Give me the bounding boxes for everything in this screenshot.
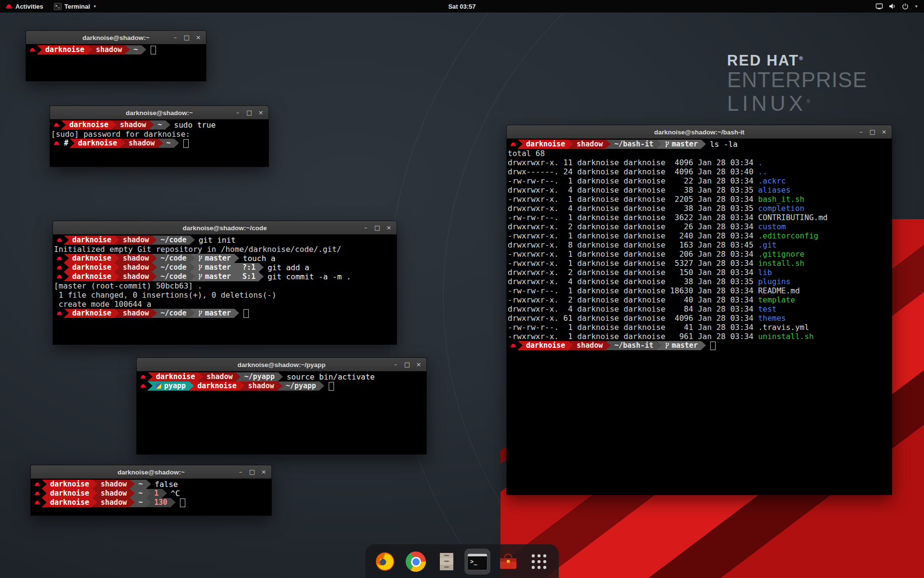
prompt-segment-path: ~/pyapp <box>241 372 278 381</box>
window-titlebar[interactable]: darknoise@shadow:~/bash-it – □ × <box>507 125 892 139</box>
minimize-icon[interactable]: – <box>235 467 246 477</box>
maximize-icon[interactable]: □ <box>247 467 257 477</box>
registered-mark: ® <box>799 55 803 61</box>
minimize-icon[interactable]: – <box>232 108 243 118</box>
prompt-segment-host: shadow <box>119 254 152 263</box>
window-titlebar[interactable]: darknoise@shadow:~/code – □ × <box>53 221 397 235</box>
terminal-cursor <box>151 46 156 54</box>
output-text: [master (root-commit) 50bcb63] . <box>54 281 202 290</box>
terminal-body[interactable]: darknoiseshadow~falsedarknoiseshadow~1^C… <box>31 479 271 515</box>
terminal-body[interactable]: darknoiseshadow~/bash-itmasterls -latota… <box>507 139 892 495</box>
powerline-separator <box>120 139 125 148</box>
redhat-icon <box>56 311 63 316</box>
prompt-segment-path: ~ <box>163 139 174 148</box>
prompt-segment-host: shadow <box>125 139 158 148</box>
output-text: drwxrwxr-x. 2 darknoise darknoise 26 Jan… <box>508 222 758 231</box>
output-text: -rwxrwxr-x. 1 darknoise darknoise 240 Ja… <box>508 231 758 240</box>
prompt-segment-gitstat: S:1 <box>239 272 259 281</box>
terminal-body[interactable]: darknoiseshadow~/codegit initInitialized… <box>53 235 397 344</box>
minimize-icon[interactable]: – <box>170 33 180 42</box>
maximize-icon[interactable]: □ <box>181 33 192 42</box>
minimize-icon[interactable]: – <box>390 360 401 369</box>
window-titlebar[interactable]: darknoise@shadow:~ – □ × <box>26 31 206 44</box>
app-menu-terminal[interactable]: >_ Terminal ▼ <box>49 0 102 13</box>
prompt-line: darknoiseshadow~sudo true <box>51 120 269 130</box>
output-line: -rwxrwxr-x. 1 darknoise darknoise 5327 J… <box>508 259 892 268</box>
maximize-icon[interactable]: □ <box>402 360 412 369</box>
prompt-segment-path: ~/code <box>157 309 190 318</box>
powerline-separator <box>152 263 157 272</box>
dock-files-icon[interactable] <box>434 549 460 575</box>
git-branch-icon <box>198 255 203 262</box>
prompt-line: darknoiseshadow~false <box>32 480 271 489</box>
powerline-separator <box>42 498 47 507</box>
minimize-icon[interactable]: – <box>360 223 371 233</box>
powerline-separator <box>152 236 157 245</box>
powerline-separator <box>278 381 282 391</box>
dock-firefox-icon[interactable] <box>372 549 398 575</box>
clock[interactable]: Sat 03:57 <box>448 0 475 13</box>
output-line: drwxrwxr-x. 4 darknoise darknoise 84 Jan… <box>508 304 892 314</box>
close-icon[interactable]: × <box>384 223 394 233</box>
powerline-separator <box>568 341 573 350</box>
prompt-start <box>51 120 61 130</box>
close-icon[interactable]: × <box>413 360 424 369</box>
dock-chrome-icon[interactable] <box>403 549 429 575</box>
output-text: create mode 100644 a <box>54 300 151 309</box>
output-text: drwxrwxr-x. 4 darknoise darknoise 38 Jan… <box>508 204 758 213</box>
dock-software-icon[interactable] <box>495 549 521 575</box>
maximize-icon[interactable]: □ <box>867 127 878 137</box>
minimize-icon[interactable]: – <box>856 127 866 137</box>
output-line: [master (root-commit) 50bcb63] . <box>54 281 397 290</box>
prompt-segment-user: darknoise <box>42 45 88 54</box>
output-line: 1 file changed, 0 insertions(+), 0 delet… <box>54 290 397 300</box>
terminal-cursor <box>244 309 249 318</box>
prompt-line: pyappdarknoiseshadow~/pyapp <box>138 381 426 391</box>
file-name-dir: .. <box>758 167 767 176</box>
dock-app-grid-icon[interactable] <box>526 549 552 575</box>
command-text: ^C <box>171 489 180 498</box>
git-branch-icon <box>665 342 669 349</box>
output-text: -rw-rw-r--. 1 darknoise darknoise 18630 … <box>508 286 758 295</box>
powerline-separator <box>278 372 283 381</box>
output-text: drwxrwxr-x. 8 darknoise darknoise 163 Ja… <box>508 240 758 250</box>
close-icon[interactable]: × <box>256 108 266 118</box>
output-text: -rwxrwxr-x. 1 darknoise darknoise 961 Ja… <box>508 332 758 341</box>
maximize-icon[interactable]: □ <box>244 108 255 118</box>
maximize-icon[interactable]: □ <box>372 223 383 233</box>
file-name-exec: install.sh <box>758 259 804 268</box>
dock-terminal-icon[interactable]: >_ <box>464 549 490 575</box>
powerline-separator <box>606 341 611 350</box>
output-line: drwxrwxr-x. 4 darknoise darknoise 38 Jan… <box>508 204 892 213</box>
terminal-body[interactable]: darknoiseshadow~ <box>26 44 206 81</box>
terminal-cursor <box>329 382 334 391</box>
terminal-body[interactable]: darknoiseshadow~/pyappsource bin/activat… <box>137 371 426 454</box>
window-titlebar[interactable]: darknoise@shadow:~ – □ × <box>31 465 271 479</box>
terminal-body[interactable]: darknoiseshadow~sudo true[sudo] password… <box>50 119 269 167</box>
prompt-segment-path: ~ <box>135 498 146 507</box>
powerline-separator <box>148 372 153 381</box>
activities-button[interactable]: Activities <box>0 0 49 13</box>
close-icon[interactable]: × <box>879 127 889 137</box>
powerline-separator <box>152 254 157 263</box>
prompt-segment-git: master <box>195 309 234 318</box>
output-line: -rw-rw-r--. 1 darknoise darknoise 18630 … <box>508 286 892 295</box>
file-name-dir: .ackrc <box>758 176 786 185</box>
prompt-segment-user: darknoise <box>66 120 112 130</box>
powerline-separator <box>236 372 241 381</box>
prompt-segment-host: shadow <box>244 381 277 391</box>
window-titlebar[interactable]: darknoise@shadow:~/pyapp – □ × <box>137 358 426 371</box>
prompt-segment-path: ~ <box>130 45 141 54</box>
output-line: -rwxrwxr-x. 2 darknoise darknoise 40 Jan… <box>508 295 892 304</box>
prompt-segment-path: ~ <box>154 120 165 130</box>
system-indicators[interactable]: ▼ <box>875 0 924 13</box>
close-icon[interactable]: × <box>193 33 204 42</box>
close-icon[interactable]: × <box>258 467 269 477</box>
window-titlebar[interactable]: darknoise@shadow:~ – □ × <box>50 106 269 119</box>
file-name-exec: uninstall.sh <box>758 332 814 341</box>
powerline-separator <box>130 489 135 498</box>
output-text: CONTRIBUTING.md <box>758 213 828 222</box>
powerline-separator <box>606 140 611 149</box>
prompt-segment-git: master <box>662 140 701 149</box>
registered-mark: ® <box>806 98 810 104</box>
